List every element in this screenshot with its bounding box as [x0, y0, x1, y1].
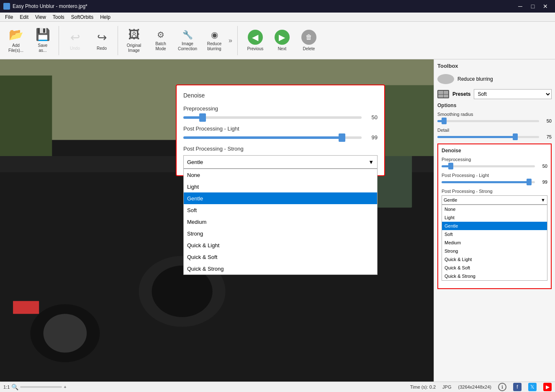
presets-row: Presets Soft	[437, 89, 552, 99]
menu-softorbits[interactable]: SoftOrbits	[68, 13, 97, 22]
preprocessing-thumb[interactable]	[199, 113, 206, 122]
tb-post-light-row: Post Processing - Light 99	[442, 173, 547, 184]
svg-rect-12	[13, 301, 39, 314]
reduce-blurring-button[interactable]: ◉ Reduceblurring	[202, 24, 227, 57]
post-light-thumb[interactable]	[339, 133, 345, 142]
menu-file[interactable]: File	[2, 13, 16, 22]
menu-help[interactable]: Help	[97, 13, 114, 22]
save-as-button[interactable]: 💾 Saveas...	[30, 24, 55, 57]
youtube-button[interactable]: ▶	[543, 383, 552, 391]
menu-view[interactable]: View	[32, 13, 49, 22]
add-files-button[interactable]: 📂 AddFile(s)...	[3, 24, 28, 57]
tb-option-quick-light[interactable]: Quick & Light	[442, 255, 547, 264]
option-soft[interactable]: Soft	[184, 204, 377, 216]
title-bar-left: Easy Photo Unblur - montero.jpg*	[3, 3, 87, 10]
preprocessing-track[interactable]	[183, 116, 362, 119]
option-none[interactable]: None	[184, 169, 377, 181]
canvas-area: Denoise Preprocessing 50 Post Processing…	[0, 59, 434, 382]
presets-icon	[437, 90, 449, 98]
detail-thumb[interactable]	[513, 133, 518, 140]
option-strong[interactable]: Strong	[184, 228, 377, 239]
tb-post-light-slider-row: 99	[442, 179, 547, 184]
zoom-level: 1:1	[3, 384, 10, 389]
zoom-slider[interactable]	[20, 386, 62, 388]
option-light[interactable]: Light	[184, 181, 377, 192]
post-strong-menu: None Light Gentle Soft Medium Strong Qui…	[183, 169, 378, 275]
time-label: Time (s): 0.2	[410, 384, 436, 389]
tb-option-strong[interactable]: Strong	[442, 247, 547, 255]
batch-mode-button[interactable]: ⚙ BatchMode	[148, 24, 173, 57]
toolbox-denoise-panel: Denoise Preprocessing 50 Post Processing…	[437, 143, 552, 289]
tb-option-quick-soft[interactable]: Quick & Soft	[442, 264, 547, 272]
tb-option-medium[interactable]: Medium	[442, 238, 547, 247]
smoothing-radius-slider-row: 50	[437, 118, 552, 123]
facebook-button[interactable]: f	[513, 383, 522, 391]
next-label: Next	[278, 46, 287, 51]
preprocessing-slider-row: 50	[183, 114, 378, 120]
presets-select[interactable]: Soft	[474, 89, 552, 99]
format-label: JPG	[442, 384, 451, 389]
tb-post-strong-selected: Gentle	[444, 197, 457, 202]
post-strong-trigger[interactable]: Gentle ▼	[183, 155, 378, 169]
more-button[interactable]: »	[229, 37, 232, 44]
post-strong-label: Post Processing - Strong	[183, 146, 378, 152]
smoothing-thumb[interactable]	[442, 118, 447, 124]
tb-post-strong-label: Post Processing - Strong	[442, 189, 547, 194]
minimize-button[interactable]: ─	[514, 0, 527, 13]
status-bar: 1:1 🔍 + Time (s): 0.2 JPG (3264x2448x24)…	[0, 382, 555, 392]
info-button[interactable]: ℹ	[498, 383, 506, 391]
tb-option-gentle[interactable]: Gentle	[442, 222, 547, 230]
tb-post-light-thumb[interactable]	[527, 179, 532, 185]
delete-button[interactable]: 🗑 Delete	[296, 24, 321, 57]
tb-post-strong-row: Post Processing - Strong Gentle ▼ None L…	[442, 189, 547, 281]
previous-icon: ◀	[248, 30, 263, 45]
undo-label: Undo	[70, 46, 80, 51]
save-icon: 💾	[36, 28, 50, 41]
image-correction-button[interactable]: 🔧 ImageCorrection	[175, 24, 200, 57]
tb-post-strong-trigger[interactable]: Gentle ▼	[442, 195, 547, 205]
post-strong-dropdown: Gentle ▼ None Light Gentle Soft Medium S…	[183, 155, 378, 169]
smoothing-radius-label: Smoothing radius	[437, 112, 552, 117]
option-quick-light[interactable]: Quick & Light	[184, 239, 377, 251]
tb-option-none[interactable]: None	[442, 205, 547, 213]
tb-preprocessing-track[interactable]	[442, 165, 535, 167]
tb-dropdown-list: None Light Gentle Soft Medium Strong Qui…	[442, 205, 547, 281]
original-image-button[interactable]: 🖼 OriginalImage	[121, 24, 146, 57]
save-label: Saveas...	[38, 43, 48, 53]
undo-button[interactable]: ↩ Undo	[62, 24, 87, 57]
tb-preprocessing-thumb[interactable]	[448, 163, 453, 169]
detail-value: 75	[542, 134, 552, 139]
delete-icon: 🗑	[301, 30, 316, 45]
svg-rect-10	[0, 76, 52, 156]
redo-button[interactable]: ↪ Redo	[89, 24, 114, 57]
smoothing-radius-track[interactable]	[437, 120, 539, 122]
maximize-button[interactable]: □	[527, 0, 539, 13]
reduce-blurring-icon	[437, 74, 454, 84]
tb-post-light-track[interactable]	[442, 181, 535, 183]
option-quick-soft[interactable]: Quick & Soft	[184, 251, 377, 263]
denoise-panel-title: Denoise	[183, 92, 378, 99]
add-files-icon: 📂	[9, 28, 23, 41]
post-light-value: 99	[365, 134, 378, 141]
next-button[interactable]: ▶ Next	[270, 24, 295, 57]
menu-tools[interactable]: Tools	[49, 13, 68, 22]
tb-option-soft[interactable]: Soft	[442, 230, 547, 238]
tb-option-light[interactable]: Light	[442, 213, 547, 222]
toolbar-separator-2	[118, 26, 118, 55]
previous-button[interactable]: ◀ Previous	[243, 24, 268, 57]
post-light-track[interactable]	[183, 136, 362, 139]
tb-preprocessing-label: Preprocessing	[442, 157, 547, 162]
presets-label: Presets	[452, 91, 470, 97]
post-light-row: Post Processing - Light 99	[183, 126, 378, 141]
detail-track[interactable]	[437, 136, 539, 138]
detail-row: Detail 75	[437, 128, 552, 139]
option-quick-strong[interactable]: Quick & Strong	[184, 263, 377, 274]
toolbox: Toolbox Reduce blurring Presets Soft Opt…	[434, 59, 555, 382]
option-medium[interactable]: Medium	[184, 216, 377, 228]
twitter-button[interactable]: 𝕏	[528, 383, 537, 391]
detail-fill	[437, 136, 514, 138]
tb-option-quick-strong[interactable]: Quick & Strong	[442, 272, 547, 280]
close-button[interactable]: ✕	[539, 0, 552, 13]
option-gentle[interactable]: Gentle	[184, 192, 377, 204]
menu-edit[interactable]: Edit	[16, 13, 32, 22]
